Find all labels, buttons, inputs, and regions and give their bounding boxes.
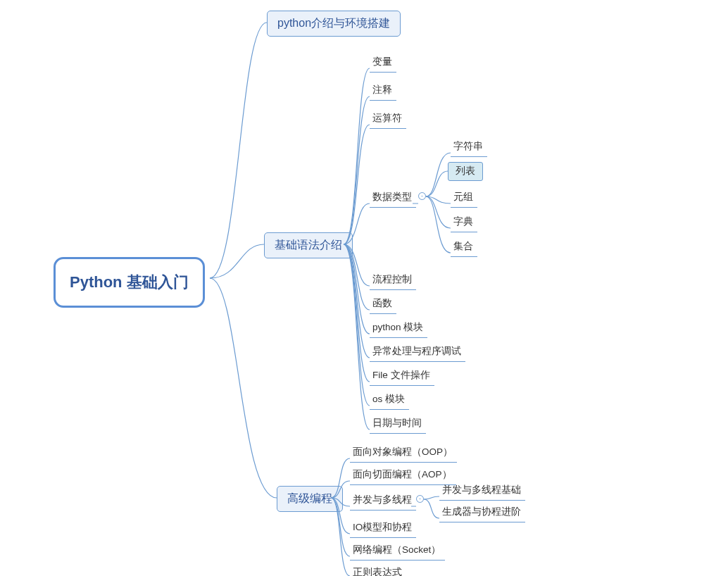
leaf-os[interactable]: os 模块 bbox=[370, 390, 409, 410]
leaf-coroutine[interactable]: 生成器与协程进阶 bbox=[439, 503, 525, 522]
branch-advanced[interactable]: 高级编程 bbox=[277, 486, 343, 512]
leaf-list[interactable]: 列表 bbox=[448, 162, 483, 181]
leaf-datetime[interactable]: 日期与时间 bbox=[370, 414, 426, 434]
root-node[interactable]: Python 基础入门 bbox=[54, 257, 205, 308]
leaf-dict[interactable]: 字典 bbox=[451, 213, 477, 232]
leaf-io[interactable]: IO模型和协程 bbox=[350, 518, 416, 538]
leaf-set[interactable]: 集合 bbox=[451, 237, 477, 257]
leaf-socket[interactable]: 网络编程（Socket） bbox=[350, 541, 445, 561]
leaf-tuple[interactable]: 元组 bbox=[451, 188, 477, 208]
leaf-oop[interactable]: 面向对象编程（OOP） bbox=[350, 443, 457, 463]
collapse-handle-datatype[interactable]: - bbox=[418, 192, 426, 200]
leaf-comment[interactable]: 注释 bbox=[370, 81, 396, 101]
leaf-regex[interactable]: 正则表达式 bbox=[350, 563, 406, 576]
collapse-handle-thread[interactable]: - bbox=[416, 495, 424, 503]
leaf-thread-basic[interactable]: 并发与多线程基础 bbox=[439, 481, 525, 501]
leaf-exception[interactable]: 异常处理与程序调试 bbox=[370, 342, 465, 362]
leaf-string[interactable]: 字符串 bbox=[451, 137, 487, 157]
leaf-function[interactable]: 函数 bbox=[370, 294, 396, 314]
leaf-operator[interactable]: 运算符 bbox=[370, 109, 406, 129]
branch-syntax[interactable]: 基础语法介绍 bbox=[264, 232, 353, 258]
leaf-variable[interactable]: 变量 bbox=[370, 53, 396, 73]
leaf-module[interactable]: python 模块 bbox=[370, 318, 427, 338]
leaf-thread[interactable]: 并发与多线程 bbox=[350, 491, 416, 511]
leaf-flow[interactable]: 流程控制 bbox=[370, 270, 416, 290]
branch-intro[interactable]: python介绍与环境搭建 bbox=[267, 11, 401, 37]
leaf-datatype[interactable]: 数据类型 bbox=[370, 188, 416, 208]
leaf-file[interactable]: File 文件操作 bbox=[370, 366, 434, 386]
